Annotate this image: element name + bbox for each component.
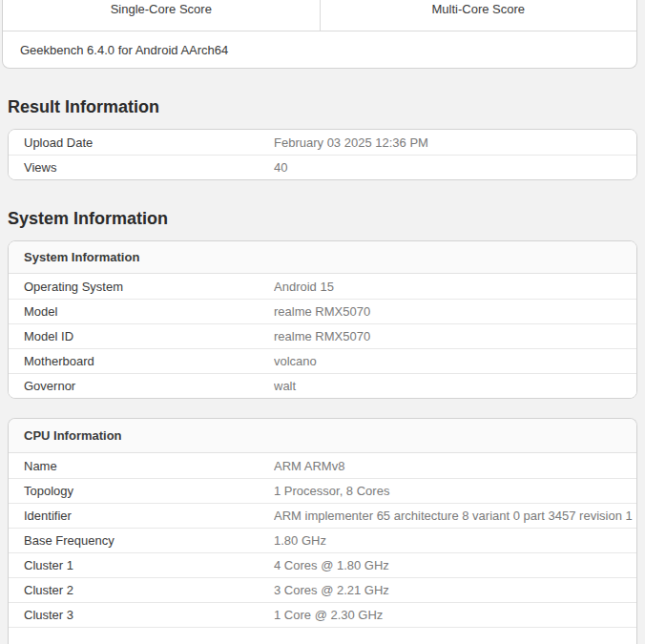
row-value: 4 Cores @ 1.80 GHz xyxy=(274,558,636,572)
row-label: Cluster 1 xyxy=(9,558,274,572)
row-value: 1 Core @ 2.30 GHz xyxy=(274,608,636,622)
row-value: 40 xyxy=(274,160,636,175)
system-information-card: System Information Operating System Andr… xyxy=(8,240,637,399)
row-value: ARM ARMv8 xyxy=(274,459,636,473)
geekbench-result-page: Single-Core Score Multi-Core Score Geekb… xyxy=(0,0,645,644)
system-information-heading: System Information xyxy=(8,209,645,229)
row-value: walt xyxy=(274,379,636,393)
single-core-score-column-header: Single-Core Score xyxy=(3,0,321,31)
system-information-card-title: System Information xyxy=(9,241,636,274)
table-row: Cluster 3 1 Core @ 2.30 GHz xyxy=(9,602,636,627)
table-row: Base Frequency 1.80 GHz xyxy=(9,528,636,552)
table-row: Cluster 1 4 Cores @ 1.80 GHz xyxy=(9,552,636,577)
row-value: volcano xyxy=(274,354,636,368)
row-label: Base Frequency xyxy=(9,533,274,548)
row-value: ARM implementer 65 architecture 8 varian… xyxy=(274,509,636,523)
row-label: Model ID xyxy=(9,329,274,343)
score-banner-card: Single-Core Score Multi-Core Score Geekb… xyxy=(2,0,637,69)
cpu-information-card: CPU Information Name ARM ARMv8 Topology … xyxy=(8,418,637,644)
result-information-card: Upload Date February 03 2025 12:36 PM Vi… xyxy=(8,129,637,180)
table-row: Model realme RMX5070 xyxy=(9,299,636,323)
score-banner-header-row: Single-Core Score Multi-Core Score xyxy=(3,0,636,31)
table-row: Operating System Android 15 xyxy=(9,274,636,299)
table-row: Governor walt xyxy=(9,373,636,398)
row-label: Identifier xyxy=(9,509,274,523)
geekbench-version-footer: Geekbench 6.4.0 for Android AArch64 xyxy=(3,31,636,68)
row-value: Android 15 xyxy=(274,280,636,294)
row-label: Name xyxy=(9,459,274,473)
table-row: Topology 1 Processor, 8 Cores xyxy=(9,478,636,503)
row-label: Upload Date xyxy=(9,135,274,150)
row-value: realme RMX5070 xyxy=(274,304,636,319)
row-label: Views xyxy=(9,160,274,175)
table-row: Upload Date February 03 2025 12:36 PM xyxy=(9,130,636,155)
row-label: Cluster 3 xyxy=(9,608,274,622)
row-label: Governor xyxy=(9,379,274,393)
result-information-heading: Result Information xyxy=(8,97,645,117)
table-row: Motherboard volcano xyxy=(9,348,636,373)
table-row-clipped xyxy=(9,627,636,644)
row-label: Operating System xyxy=(9,280,274,294)
table-row: Model ID realme RMX5070 xyxy=(9,323,636,348)
table-row: Cluster 2 3 Cores @ 2.21 GHz xyxy=(9,577,636,602)
row-label: Motherboard xyxy=(9,354,274,368)
table-row: Identifier ARM implementer 65 architectu… xyxy=(9,503,636,528)
table-row: Views 40 xyxy=(9,155,636,179)
row-label: Model xyxy=(9,304,274,319)
multi-core-score-column-header: Multi-Core Score xyxy=(321,0,637,31)
row-value: 3 Cores @ 2.21 GHz xyxy=(274,583,636,597)
row-value: February 03 2025 12:36 PM xyxy=(274,135,636,150)
row-value: 1 Processor, 8 Cores xyxy=(274,484,636,498)
row-value: 1.80 GHz xyxy=(274,533,636,548)
row-value: realme RMX5070 xyxy=(274,329,636,343)
table-row: Name ARM ARMv8 xyxy=(9,453,636,478)
cpu-information-card-title: CPU Information xyxy=(9,419,636,453)
row-label: Cluster 2 xyxy=(9,583,274,597)
row-label: Topology xyxy=(9,484,274,498)
